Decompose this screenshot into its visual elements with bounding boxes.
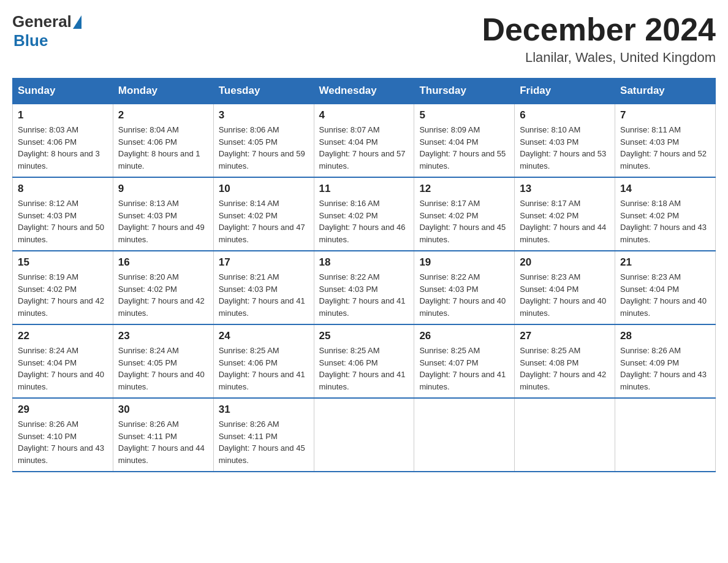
calendar-cell: 22 Sunrise: 8:24 AM Sunset: 4:04 PM Dayl…	[13, 324, 113, 398]
day-info: Sunrise: 8:25 AM Sunset: 4:06 PM Dayligh…	[219, 345, 309, 393]
day-number: 12	[419, 183, 509, 195]
day-info: Sunrise: 8:09 AM Sunset: 4:04 PM Dayligh…	[419, 124, 509, 172]
calendar-cell: 10 Sunrise: 8:14 AM Sunset: 4:02 PM Dayl…	[213, 177, 314, 251]
calendar-cell: 29 Sunrise: 8:26 AM Sunset: 4:10 PM Dayl…	[13, 398, 113, 472]
day-number: 14	[620, 183, 710, 195]
day-info: Sunrise: 8:23 AM Sunset: 4:04 PM Dayligh…	[620, 271, 710, 319]
day-number: 9	[118, 183, 208, 195]
calendar-cell: 18 Sunrise: 8:22 AM Sunset: 4:03 PM Dayl…	[314, 251, 414, 324]
day-info: Sunrise: 8:06 AM Sunset: 4:05 PM Dayligh…	[219, 124, 309, 172]
day-info: Sunrise: 8:14 AM Sunset: 4:02 PM Dayligh…	[219, 197, 309, 245]
day-info: Sunrise: 8:18 AM Sunset: 4:02 PM Dayligh…	[620, 197, 710, 245]
calendar-cell: 24 Sunrise: 8:25 AM Sunset: 4:06 PM Dayl…	[213, 324, 314, 398]
calendar-cell	[314, 398, 414, 472]
calendar-cell: 19 Sunrise: 8:22 AM Sunset: 4:03 PM Dayl…	[414, 251, 515, 324]
day-info: Sunrise: 8:24 AM Sunset: 4:04 PM Dayligh…	[18, 345, 108, 393]
calendar-week-row: 8 Sunrise: 8:12 AM Sunset: 4:03 PM Dayli…	[13, 177, 716, 251]
day-info: Sunrise: 8:26 AM Sunset: 4:10 PM Dayligh…	[18, 418, 108, 466]
day-info: Sunrise: 8:25 AM Sunset: 4:07 PM Dayligh…	[419, 345, 509, 393]
calendar-cell: 27 Sunrise: 8:25 AM Sunset: 4:08 PM Dayl…	[515, 324, 615, 398]
calendar-cell	[515, 398, 615, 472]
day-info: Sunrise: 8:13 AM Sunset: 4:03 PM Dayligh…	[118, 197, 208, 245]
page-header: General Blue December 2024 Llanilar, Wal…	[12, 12, 716, 66]
day-info: Sunrise: 8:22 AM Sunset: 4:03 PM Dayligh…	[319, 271, 409, 319]
column-header-wednesday: Wednesday	[314, 79, 414, 104]
column-header-sunday: Sunday	[13, 79, 113, 104]
day-info: Sunrise: 8:16 AM Sunset: 4:02 PM Dayligh…	[319, 197, 409, 245]
day-number: 31	[219, 404, 309, 416]
calendar-cell	[615, 398, 716, 472]
column-header-tuesday: Tuesday	[213, 79, 314, 104]
calendar-cell: 30 Sunrise: 8:26 AM Sunset: 4:11 PM Dayl…	[113, 398, 213, 472]
day-number: 7	[620, 109, 710, 121]
day-number: 20	[520, 256, 610, 269]
calendar-cell: 12 Sunrise: 8:17 AM Sunset: 4:02 PM Dayl…	[414, 177, 515, 251]
day-number: 3	[219, 109, 309, 121]
day-info: Sunrise: 8:26 AM Sunset: 4:09 PM Dayligh…	[620, 345, 710, 393]
column-header-monday: Monday	[113, 79, 213, 104]
calendar-week-row: 22 Sunrise: 8:24 AM Sunset: 4:04 PM Dayl…	[13, 324, 716, 398]
day-number: 22	[18, 330, 108, 342]
day-info: Sunrise: 8:24 AM Sunset: 4:05 PM Dayligh…	[118, 345, 208, 393]
logo-text-blue: Blue	[13, 31, 82, 50]
calendar-week-row: 15 Sunrise: 8:19 AM Sunset: 4:02 PM Dayl…	[13, 251, 716, 324]
day-number: 15	[18, 256, 108, 269]
title-area: December 2024 Llanilar, Wales, United Ki…	[482, 12, 716, 66]
calendar-cell: 17 Sunrise: 8:21 AM Sunset: 4:03 PM Dayl…	[213, 251, 314, 324]
day-info: Sunrise: 8:21 AM Sunset: 4:03 PM Dayligh…	[219, 271, 309, 319]
calendar-cell: 28 Sunrise: 8:26 AM Sunset: 4:09 PM Dayl…	[615, 324, 716, 398]
day-info: Sunrise: 8:23 AM Sunset: 4:04 PM Dayligh…	[520, 271, 610, 319]
day-number: 13	[520, 183, 610, 195]
calendar-cell: 11 Sunrise: 8:16 AM Sunset: 4:02 PM Dayl…	[314, 177, 414, 251]
day-info: Sunrise: 8:12 AM Sunset: 4:03 PM Dayligh…	[18, 197, 108, 245]
day-number: 8	[18, 183, 108, 195]
calendar-cell: 9 Sunrise: 8:13 AM Sunset: 4:03 PM Dayli…	[113, 177, 213, 251]
day-info: Sunrise: 8:25 AM Sunset: 4:08 PM Dayligh…	[520, 345, 610, 393]
day-number: 27	[520, 330, 610, 342]
day-number: 6	[520, 109, 610, 121]
calendar-cell: 31 Sunrise: 8:26 AM Sunset: 4:11 PM Dayl…	[213, 398, 314, 472]
day-number: 4	[319, 109, 409, 121]
logo-text-general: General	[12, 12, 72, 31]
calendar-cell: 16 Sunrise: 8:20 AM Sunset: 4:02 PM Dayl…	[113, 251, 213, 324]
day-info: Sunrise: 8:26 AM Sunset: 4:11 PM Dayligh…	[118, 418, 208, 466]
day-info: Sunrise: 8:26 AM Sunset: 4:11 PM Dayligh…	[219, 418, 309, 466]
calendar-cell: 8 Sunrise: 8:12 AM Sunset: 4:03 PM Dayli…	[13, 177, 113, 251]
calendar-cell: 13 Sunrise: 8:17 AM Sunset: 4:02 PM Dayl…	[515, 177, 615, 251]
calendar-cell: 14 Sunrise: 8:18 AM Sunset: 4:02 PM Dayl…	[615, 177, 716, 251]
day-info: Sunrise: 8:20 AM Sunset: 4:02 PM Dayligh…	[118, 271, 208, 319]
calendar-cell: 20 Sunrise: 8:23 AM Sunset: 4:04 PM Dayl…	[515, 251, 615, 324]
day-number: 2	[118, 109, 208, 121]
day-info: Sunrise: 8:22 AM Sunset: 4:03 PM Dayligh…	[419, 271, 509, 319]
logo-triangle-icon	[73, 15, 82, 29]
calendar-cell: 26 Sunrise: 8:25 AM Sunset: 4:07 PM Dayl…	[414, 324, 515, 398]
day-info: Sunrise: 8:17 AM Sunset: 4:02 PM Dayligh…	[520, 197, 610, 245]
column-header-thursday: Thursday	[414, 79, 515, 104]
calendar-cell: 25 Sunrise: 8:25 AM Sunset: 4:06 PM Dayl…	[314, 324, 414, 398]
calendar-week-row: 1 Sunrise: 8:03 AM Sunset: 4:06 PM Dayli…	[13, 104, 716, 177]
logo: General Blue	[12, 12, 82, 50]
day-number: 18	[319, 256, 409, 269]
calendar-cell	[414, 398, 515, 472]
calendar-cell: 23 Sunrise: 8:24 AM Sunset: 4:05 PM Dayl…	[113, 324, 213, 398]
location: Llanilar, Wales, United Kingdom	[482, 50, 716, 66]
day-info: Sunrise: 8:10 AM Sunset: 4:03 PM Dayligh…	[520, 124, 610, 172]
day-number: 17	[219, 256, 309, 269]
day-info: Sunrise: 8:17 AM Sunset: 4:02 PM Dayligh…	[419, 197, 509, 245]
day-number: 21	[620, 256, 710, 269]
day-info: Sunrise: 8:07 AM Sunset: 4:04 PM Dayligh…	[319, 124, 409, 172]
column-header-saturday: Saturday	[615, 79, 716, 104]
day-number: 5	[419, 109, 509, 121]
day-number: 16	[118, 256, 208, 269]
day-number: 29	[18, 404, 108, 416]
calendar-table: SundayMondayTuesdayWednesdayThursdayFrid…	[12, 78, 716, 472]
day-number: 23	[118, 330, 208, 342]
day-info: Sunrise: 8:03 AM Sunset: 4:06 PM Dayligh…	[18, 124, 108, 172]
day-info: Sunrise: 8:19 AM Sunset: 4:02 PM Dayligh…	[18, 271, 108, 319]
calendar-cell: 7 Sunrise: 8:11 AM Sunset: 4:03 PM Dayli…	[615, 104, 716, 177]
calendar-cell: 21 Sunrise: 8:23 AM Sunset: 4:04 PM Dayl…	[615, 251, 716, 324]
day-number: 26	[419, 330, 509, 342]
column-header-friday: Friday	[515, 79, 615, 104]
day-number: 28	[620, 330, 710, 342]
day-info: Sunrise: 8:25 AM Sunset: 4:06 PM Dayligh…	[319, 345, 409, 393]
